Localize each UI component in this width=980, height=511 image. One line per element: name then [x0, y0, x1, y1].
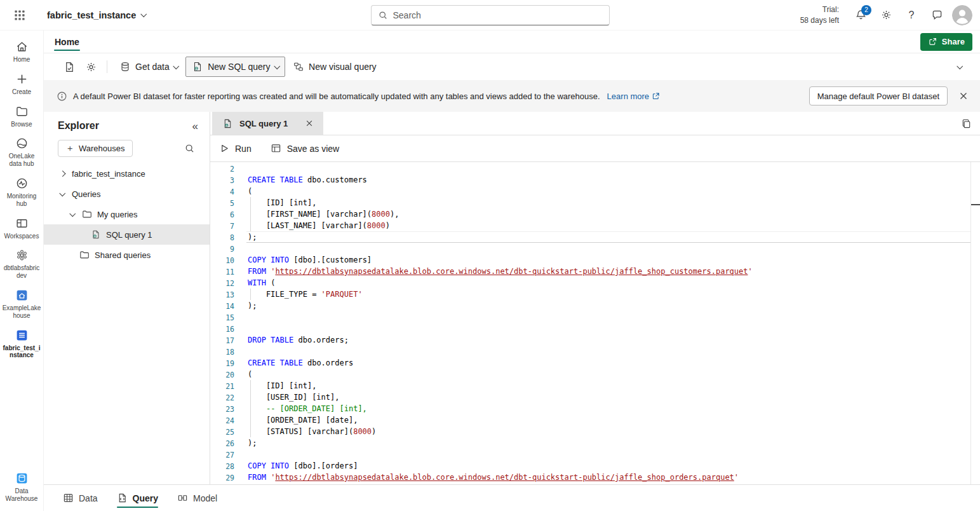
- save-as-view-label: Save as view: [287, 144, 339, 154]
- rail-item-dbtlabsfabricdev[interactable]: dbtlabsfabricdev: [0, 244, 43, 284]
- rail-item-label: Browse: [11, 121, 32, 128]
- collapse-explorer-button[interactable]: «: [192, 121, 198, 132]
- new-sql-query-button[interactable]: New SQL query: [185, 57, 285, 77]
- document-checkmark-icon: [64, 61, 76, 73]
- code-text: [248, 449, 980, 460]
- code-line-15[interactable]: 15: [210, 311, 980, 323]
- tree-item-fabric-test-instance[interactable]: fabric_test_instance: [44, 163, 210, 184]
- code-line-14[interactable]: 14);: [210, 300, 980, 311]
- chevron-down-icon[interactable]: [68, 210, 77, 219]
- warehouse-settings-button[interactable]: [81, 57, 101, 77]
- view-tab-data[interactable]: Data: [63, 485, 98, 511]
- code-line-17[interactable]: 17DROP TABLE dbo.orders;: [210, 334, 980, 346]
- rail-item-examplelakehouse[interactable]: ExampleLakehouse: [0, 284, 43, 324]
- explorer-search-button[interactable]: [180, 139, 198, 157]
- code-line-26[interactable]: 26);: [210, 437, 980, 449]
- manage-dataset-button[interactable]: Manage default Power BI dataset: [809, 86, 948, 106]
- code-line-13[interactable]: 13 FILE_TYPE = 'PARQUET': [210, 289, 980, 300]
- code-line-2[interactable]: 2: [210, 163, 980, 174]
- new-visual-query-label: New visual query: [309, 62, 377, 72]
- share-button[interactable]: Share: [920, 33, 972, 51]
- chevron-down-icon: [173, 63, 178, 69]
- tree-item-label: My queries: [97, 210, 138, 219]
- waffle-menu-button[interactable]: [9, 4, 30, 26]
- code-line-19[interactable]: 19CREATE TABLE dbo.orders: [210, 357, 980, 369]
- code-line-6[interactable]: 6 [FIRST_NAME] [varchar](8000),: [210, 208, 980, 220]
- line-number: 15: [210, 311, 234, 323]
- code-line-5[interactable]: 5 [ID] [int],: [210, 197, 980, 208]
- tree-item-label: fabric_test_instance: [72, 169, 145, 179]
- code-line-23[interactable]: 23 -- [ORDER_DATE] [int],: [210, 403, 980, 414]
- rail-item-fabric-test-instance[interactable]: fabric_test_instance: [0, 324, 43, 364]
- workspace-title-dropdown[interactable]: fabric_test_instance: [47, 10, 146, 20]
- rail-item-workspaces[interactable]: Workspaces: [0, 212, 43, 245]
- rail-item-onelake-data-hub[interactable]: OneLake data hub: [0, 132, 43, 172]
- rail-item-monitoring-hub[interactable]: Monitoring hub: [0, 172, 43, 212]
- rail-item-home[interactable]: Home: [0, 36, 43, 68]
- code-line-8[interactable]: 8);: [210, 231, 980, 243]
- global-search[interactable]: [371, 5, 610, 25]
- code-line-3[interactable]: 3CREATE TABLE dbo.customers: [210, 174, 980, 186]
- learn-more-link[interactable]: Learn more: [607, 92, 660, 101]
- code-line-4[interactable]: 4(: [210, 186, 980, 197]
- add-warehouses-button[interactable]: ＋ Warehouses: [58, 140, 133, 157]
- toolbar-divider: [107, 60, 107, 73]
- copy-button[interactable]: [956, 114, 976, 133]
- tree-item-shared-queries[interactable]: Shared queries: [44, 245, 210, 265]
- tree-item-label: SQL query 1: [106, 230, 152, 240]
- rail-item-label: ExampleLakehouse: [2, 304, 41, 320]
- code-text: CREATE TABLE dbo.customers: [248, 174, 980, 186]
- tree-item-sql-query-1[interactable]: SQL query 1: [44, 224, 210, 245]
- code-line-12[interactable]: 12WITH (: [210, 277, 980, 289]
- rail-item-data-warehouse[interactable]: Data Warehouse: [0, 467, 43, 507]
- search-input[interactable]: [393, 10, 603, 20]
- run-button[interactable]: Run: [220, 144, 252, 154]
- close-banner-button[interactable]: [953, 86, 974, 106]
- line-number: 3: [210, 174, 234, 186]
- explorer-panel: Explorer « ＋ Warehouses: [44, 112, 210, 484]
- tab-sql-query-1[interactable]: SQL query 1: [212, 112, 323, 135]
- chevron-down-icon[interactable]: [58, 189, 67, 198]
- line-number: 9: [210, 243, 234, 254]
- code-line-20[interactable]: 20(: [210, 369, 980, 380]
- top-bar: fabric_test_instance Trial: 58 days left…: [0, 0, 980, 31]
- code-line-11[interactable]: 11FROM 'https://dbtlabsynapsedatalake.bl…: [210, 266, 980, 277]
- view-tab-query[interactable]: Query: [117, 485, 158, 511]
- new-visual-query-button[interactable]: New visual query: [286, 57, 383, 77]
- code-line-10[interactable]: 10COPY INTO [dbo].[customers]: [210, 254, 980, 266]
- code-line-21[interactable]: 21 [ID] [int],: [210, 380, 980, 392]
- new-report-button[interactable]: [59, 57, 79, 77]
- notifications-button[interactable]: 2: [850, 5, 871, 25]
- chevron-right-icon[interactable]: [58, 169, 67, 178]
- tree-item-queries[interactable]: Queries: [44, 184, 210, 204]
- rail-item-browse[interactable]: Browse: [0, 100, 43, 133]
- line-number: 28: [210, 460, 234, 472]
- code-line-22[interactable]: 22 [USER_ID] [int],: [210, 392, 980, 403]
- account-avatar[interactable]: [952, 5, 972, 25]
- close-tab-icon[interactable]: [303, 117, 316, 130]
- code-line-28[interactable]: 28COPY INTO [dbo].[orders]: [210, 460, 980, 472]
- tree-item-my-queries[interactable]: My queries: [44, 204, 210, 224]
- get-data-button[interactable]: Get data: [113, 57, 184, 77]
- save-as-view-button[interactable]: Save as view: [271, 143, 339, 154]
- code-line-7[interactable]: 7 [LAST_NAME] [varchar](8000): [210, 220, 980, 231]
- help-button[interactable]: ?: [901, 5, 922, 25]
- code-line-16[interactable]: 16: [210, 323, 980, 334]
- settings-button[interactable]: [876, 5, 896, 25]
- sql-code-editor[interactable]: 23CREATE TABLE dbo.customers4(5 [ID] [in…: [210, 162, 980, 484]
- code-line-29[interactable]: 29FROM 'https://dbtlabsynapsedatalake.bl…: [210, 472, 980, 483]
- code-line-24[interactable]: 24 [ORDER_DATE] [date],: [210, 414, 980, 426]
- code-line-25[interactable]: 25 [STATUS] [varchar](8000): [210, 426, 980, 437]
- code-line-18[interactable]: 18: [210, 346, 980, 357]
- line-number: 16: [210, 323, 234, 334]
- chevron-down-icon: [957, 63, 962, 69]
- tab-home[interactable]: Home: [54, 31, 80, 53]
- scrollbar-cursor-marker[interactable]: [971, 204, 980, 205]
- view-tab-model[interactable]: Model: [177, 485, 217, 511]
- code-line-9[interactable]: 9: [210, 243, 980, 254]
- code-line-27[interactable]: 27: [210, 449, 980, 460]
- line-number: 25: [210, 426, 234, 437]
- rail-item-create[interactable]: Create: [0, 68, 43, 100]
- feedback-button[interactable]: [927, 5, 947, 25]
- collapse-ribbon-button[interactable]: [950, 57, 970, 77]
